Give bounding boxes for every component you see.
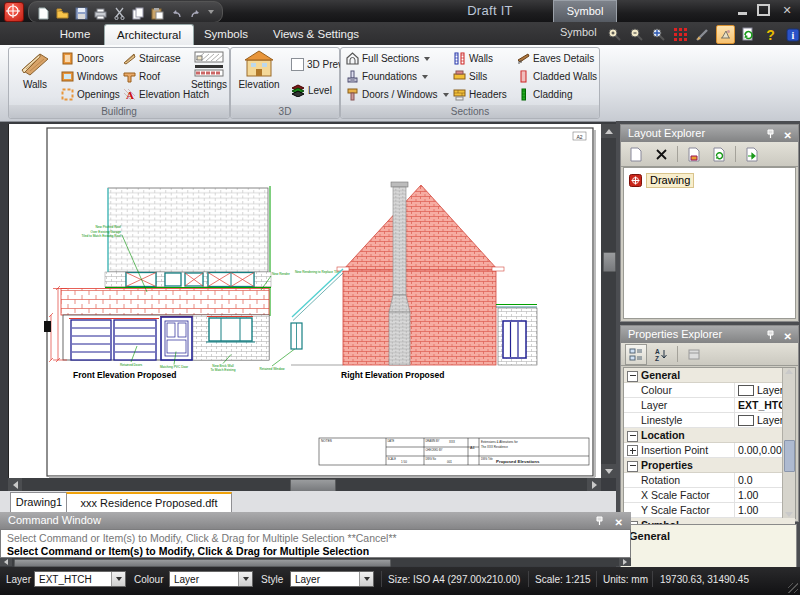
zoom-extents-icon[interactable] [650,26,667,43]
reload-layout-icon[interactable] [708,144,730,165]
windows-button[interactable]: Windows [61,70,118,83]
categorized-view-icon[interactable] [625,344,647,365]
tab-views-settings[interactable]: Views & Settings [260,24,372,45]
resize-grip[interactable] [788,583,798,593]
cmd-scroll-thumb[interactable] [14,559,391,567]
doors-button[interactable]: Doors [61,52,104,65]
delete-layout-icon[interactable] [650,144,672,165]
sort-az-icon[interactable]: AZ [650,344,672,365]
doc-tab-drawing1[interactable]: Drawing1 [10,492,68,513]
walls-section-button[interactable]: Walls [453,52,493,65]
qat-dropdown-icon[interactable] [208,10,214,14]
property-pages-icon[interactable] [683,344,705,365]
horizontal-scrollbar[interactable] [8,478,601,491]
section-location[interactable]: Location [624,428,795,443]
app-logo-icon[interactable] [4,2,24,22]
staircase-button[interactable]: Staircase [123,52,181,65]
walls-button[interactable]: Walls [13,50,57,90]
foundations-button[interactable]: Foundations [346,70,428,83]
grid-snap-icon[interactable] [672,26,689,43]
section-properties[interactable]: Properties [624,458,795,473]
scroll-left-icon[interactable] [8,478,22,491]
cut-icon[interactable] [113,6,126,19]
redo-icon[interactable] [189,6,202,19]
property-row-yscale[interactable]: Y Scale Factor1.00 [624,503,795,518]
layer-dropdown[interactable]: EXT_HTCH [34,571,126,587]
new-layout-icon[interactable] [625,144,647,165]
scroll-up-icon[interactable] [601,124,616,138]
doors-icon [61,52,74,65]
symbol-editor-icon[interactable] [716,25,735,44]
scroll-down-icon[interactable] [601,464,616,478]
tab-symbols[interactable]: Symbols [192,24,260,45]
properties-explorer-title: Properties Explorer ✕ [621,326,798,343]
collapse-icon[interactable] [627,431,638,442]
pin-icon[interactable] [765,128,776,139]
scroll-up-icon[interactable] [785,369,793,374]
scroll-right-icon[interactable] [587,478,601,491]
copy-icon[interactable] [132,6,145,19]
doors-windows-sections-button[interactable]: Doors / Windows [346,88,449,101]
open-file-icon[interactable] [56,6,69,19]
help-icon[interactable]: ? [762,26,779,43]
property-grid-scrollbar[interactable] [782,368,795,518]
cladding-button[interactable]: Cladding [517,88,572,101]
undo-icon[interactable] [170,6,183,19]
tab-architectural[interactable]: Architectural [104,24,194,46]
context-tab-symbol[interactable]: Symbol [553,0,617,22]
openings-button[interactable]: Openings [61,88,120,101]
elevation-button[interactable]: Elevation [235,50,283,90]
section-general[interactable]: General [624,368,795,383]
pin-icon[interactable] [594,515,605,526]
export-layout-icon[interactable] [741,144,763,165]
tab-home[interactable]: Home [46,24,104,45]
full-sections-button[interactable]: Full Sections [346,52,430,65]
property-description-box: General [620,524,797,572]
headers-button[interactable]: Headers [453,88,507,101]
zoom-in-icon[interactable] [606,26,623,43]
maximize-button[interactable] [757,4,770,16]
close-panel-icon[interactable]: ✕ [784,127,792,144]
expand-icon[interactable] [627,445,638,456]
scroll-left-icon[interactable] [0,558,12,566]
scroll-right-icon[interactable] [619,558,631,566]
eaves-details-button[interactable]: Eaves Details [517,52,594,65]
roof-button[interactable]: Roof [123,70,160,83]
grid-scroll-thumb[interactable] [784,440,795,472]
drawing-canvas[interactable]: A2 [8,124,602,478]
vscroll-thumb[interactable] [603,252,616,272]
import-layout-icon[interactable] [683,144,705,165]
zoom-out-icon[interactable] [628,26,645,43]
style-dropdown[interactable]: Layer [290,571,374,587]
draft-mode-icon[interactable] [694,26,711,43]
colour-dropdown[interactable]: Layer [169,571,253,587]
property-row-xscale[interactable]: X Scale Factor1.00 [624,488,795,503]
cladded-walls-button[interactable]: Cladded Walls [517,70,597,83]
pin-icon[interactable] [765,329,776,340]
sills-button[interactable]: Sills [453,70,487,83]
layout-tree-item-drawing[interactable]: Drawing [629,173,795,188]
collapse-icon[interactable] [627,461,638,472]
info-icon[interactable]: i [784,26,800,43]
command-scrollbar[interactable] [0,558,631,566]
property-row-linestyle[interactable]: LinestyleLayer [624,413,795,428]
vertical-scrollbar[interactable] [601,124,616,478]
level-button[interactable]: Level [291,84,332,97]
close-panel-icon[interactable]: ✕ [784,328,792,345]
command-history[interactable]: Select Command or Item(s) to Modify, Cli… [0,529,631,558]
paste-icon[interactable] [151,6,164,19]
collapse-icon[interactable] [627,371,638,382]
property-row-insertion-point[interactable]: Insertion Point0.00,0.00 [624,443,795,458]
save-icon[interactable] [75,6,88,19]
settings-button[interactable]: Settings [191,50,227,90]
scroll-down-icon[interactable] [785,512,793,517]
property-row-colour[interactable]: ColourLayer [624,383,795,398]
refresh-icon[interactable] [740,26,757,43]
minimize-button[interactable] [738,12,747,15]
property-row-rotation[interactable]: Rotation0.0 [624,473,795,488]
new-file-icon[interactable] [37,6,50,19]
property-row-layer[interactable]: LayerEXT_HTCH [624,398,795,413]
doc-tab-residence[interactable]: xxx Residence Proposed.dft [66,492,232,514]
close-button[interactable]: ✕ [780,4,794,16]
print-icon[interactable] [94,6,107,19]
